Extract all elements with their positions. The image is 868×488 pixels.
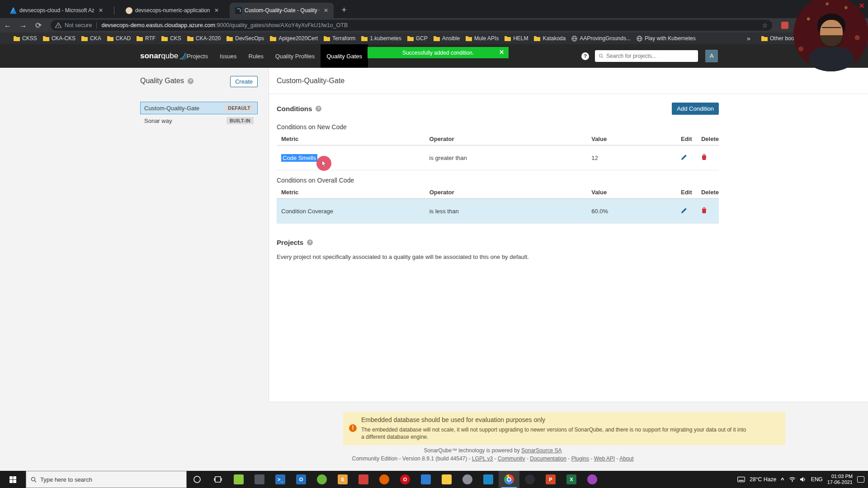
tab-close-icon[interactable]: ✕ <box>322 7 330 14</box>
taskbar-app-outlook[interactable]: O <box>291 471 311 488</box>
help-icon[interactable]: ? <box>581 52 589 60</box>
bookmark-item[interactable]: DevSecOps <box>226 35 264 42</box>
tab-close-icon[interactable]: ✕ <box>97 7 105 14</box>
delete-trash-icon[interactable] <box>701 207 707 214</box>
brand-bold: sonar <box>140 52 161 61</box>
footer-meta-lgpl-v3[interactable]: LGPL v3 <box>472 455 493 462</box>
bookmark-item[interactable]: 1.kubernetes <box>361 35 401 42</box>
nav-item-quality-profiles[interactable]: Quality Profiles <box>269 44 321 68</box>
toast-close-icon[interactable]: ✕ <box>499 49 504 56</box>
gate-item-sonar-way[interactable]: Sonar way BUILT-IN <box>140 114 258 127</box>
bookmark-item[interactable]: Other boo <box>761 35 794 42</box>
taskbar-app-contacts-app[interactable] <box>415 471 436 488</box>
bookmark-item[interactable]: Apigee2020Cert <box>270 35 318 42</box>
bookmark-item[interactable]: AAProvingGrounds... <box>571 35 631 42</box>
language-indicator[interactable]: ENG <box>811 476 823 483</box>
project-search-box[interactable] <box>595 50 698 62</box>
footer-meta-web-api[interactable]: Web API <box>594 455 615 462</box>
forward-button[interactable]: → <box>15 21 31 30</box>
nav-item-projects[interactable]: Projects <box>181 44 214 68</box>
taskbar-search-box[interactable]: Type here to search <box>26 471 187 488</box>
bookmark-item[interactable]: Terraform <box>324 35 355 42</box>
weather-temp[interactable]: 28°C <box>750 476 762 483</box>
taskbar-app-sublime-text[interactable]: S <box>332 471 353 488</box>
cortana-icon[interactable] <box>187 471 208 488</box>
taskbar-app-obs-studio[interactable] <box>519 471 540 488</box>
browser-tab-azure[interactable]: devsecops-cloud - Microsoft Azu ✕ <box>5 3 108 18</box>
brand-light: qube <box>161 52 178 61</box>
action-center-icon[interactable] <box>857 476 864 483</box>
delete-trash-icon[interactable] <box>701 154 707 160</box>
footer-meta-documentation[interactable]: Documentation <box>530 455 566 462</box>
footer-meta-about[interactable]: About <box>619 455 633 462</box>
metric-cell-selected-text[interactable]: Code Smells <box>281 154 317 162</box>
bookmarks-overflow-chevron[interactable]: » <box>747 35 750 42</box>
back-button[interactable]: ← <box>0 21 15 30</box>
taskbar-app-firefox[interactable] <box>374 471 395 488</box>
search-input[interactable] <box>606 53 694 59</box>
tray-expand-icon[interactable]: ^ <box>781 476 784 483</box>
bookmark-item[interactable]: CKA-2020 <box>187 35 221 42</box>
browser-tab-sonarqube-active[interactable]: Custom-Quality-Gate - Quality G ✕ <box>230 3 334 18</box>
taskbar-app-analytics-app[interactable] <box>478 471 499 488</box>
bookmark-item[interactable]: Play with Kubernetes <box>637 35 696 42</box>
conditions-help-icon[interactable]: ? <box>316 106 321 112</box>
taskbar-app-notepad-plus-plus[interactable] <box>228 471 249 488</box>
bookmark-item[interactable]: HELM <box>505 35 528 42</box>
taskbar-app-excel[interactable]: X <box>561 471 582 488</box>
bookmark-item[interactable]: Katakoda <box>534 35 566 42</box>
edit-pencil-icon[interactable] <box>681 154 687 160</box>
window-close-button[interactable]: ✕ <box>859 2 864 10</box>
taskbar-app-spring-tool[interactable] <box>311 471 332 488</box>
speaker-icon[interactable] <box>800 477 807 482</box>
taskbar-app-dark-ide[interactable] <box>249 471 270 488</box>
network-icon[interactable] <box>789 477 796 482</box>
bookmark-item[interactable]: CKA <box>81 35 101 42</box>
add-condition-button[interactable]: Add Condition <box>672 103 719 115</box>
sidebar-help-icon[interactable]: ? <box>188 78 193 84</box>
adblock-extension-icon[interactable] <box>781 22 788 29</box>
keyboard-icon[interactable] <box>737 477 745 482</box>
taskbar-app-chrome[interactable] <box>499 471 519 488</box>
browser-tab-jenkins[interactable]: devsecops-numeric-application [ ✕ <box>120 3 224 18</box>
user-avatar[interactable]: A <box>705 50 718 62</box>
bookmark-item[interactable]: CKA-CKS <box>43 35 75 42</box>
bookmark-label: CKA-2020 <box>196 35 221 42</box>
reload-button[interactable]: ⟳ <box>31 21 46 30</box>
bookmark-item[interactable]: RTF <box>137 35 156 42</box>
taskbar-app-file-explorer[interactable] <box>436 471 457 488</box>
gate-item-custom-quality-gate[interactable]: Custom-Quality-Gate DEFAULT <box>140 102 258 114</box>
taskbar-app-powerpoint[interactable]: P <box>540 471 561 488</box>
bookmark-item[interactable]: CKS <box>161 35 181 42</box>
footer-meta-community[interactable]: Community <box>498 455 525 462</box>
start-button[interactable] <box>0 471 26 488</box>
footer-meta-plugins[interactable]: Plugins <box>571 455 589 462</box>
nav-item-rules[interactable]: Rules <box>243 44 269 68</box>
weather-condition[interactable]: Haze <box>764 476 776 483</box>
projects-help-icon[interactable]: ? <box>307 239 313 245</box>
bookmark-star-icon[interactable]: ☆ <box>762 22 768 29</box>
taskbar-app-powershell[interactable]: >_ <box>270 471 291 488</box>
task-view-icon[interactable] <box>208 471 228 488</box>
bookmark-item[interactable]: GCP <box>407 35 428 42</box>
taskbar-app-red-app[interactable] <box>353 471 374 488</box>
new-tab-button[interactable]: + <box>338 5 350 16</box>
taskbar-app-opera[interactable]: O <box>395 471 415 488</box>
pinned-apps: >_OSOPX <box>228 471 603 488</box>
powerpoint-icon: P <box>546 474 556 484</box>
tab-close-icon[interactable]: ✕ <box>212 7 221 14</box>
bookmark-label: Katakoda <box>542 35 566 42</box>
address-bar[interactable]: Not secure devsecops-demo.eastus.cloudap… <box>51 20 772 31</box>
sonarsource-link[interactable]: SonarSource SA <box>521 447 561 454</box>
taskbar-app-settings-tool[interactable] <box>457 471 478 488</box>
bookmark-item[interactable]: Ansible <box>434 35 460 42</box>
bookmark-item[interactable]: CKSS <box>14 35 37 42</box>
edit-pencil-icon[interactable] <box>681 207 687 214</box>
nav-item-quality-gates[interactable]: Quality Gates <box>321 44 368 68</box>
bookmark-item[interactable]: Mule APIs <box>466 35 499 42</box>
create-gate-button[interactable]: Create <box>230 76 258 87</box>
taskbar-clock[interactable]: 01:03 PM 17-06-2021 <box>827 474 853 485</box>
nav-item-issues[interactable]: Issues <box>214 44 243 68</box>
taskbar-app-github-desktop[interactable] <box>582 471 603 488</box>
bookmark-item[interactable]: CKAD <box>107 35 131 42</box>
